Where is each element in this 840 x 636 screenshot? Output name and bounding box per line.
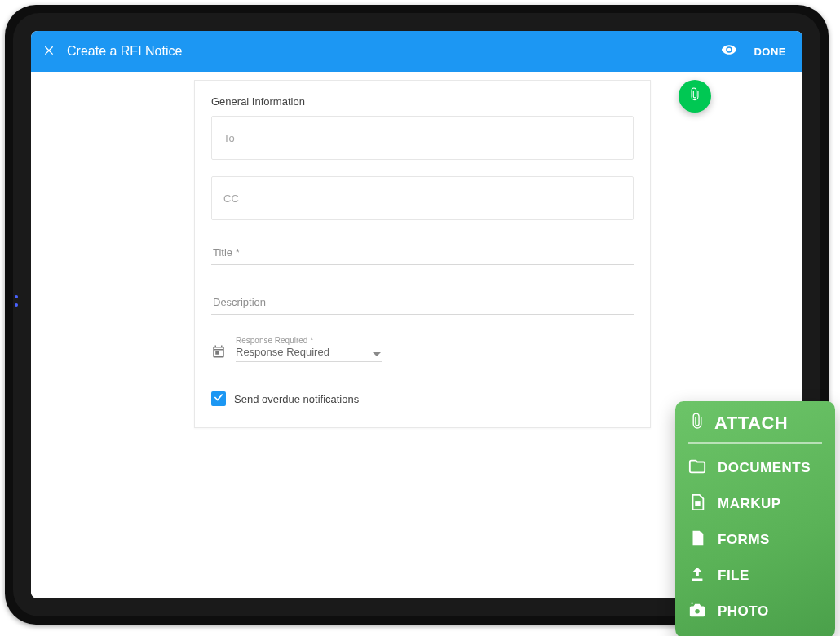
device-indicator-dot bbox=[15, 295, 18, 298]
attach-item-documents[interactable]: DOCUMENTS bbox=[688, 450, 822, 486]
preview-button[interactable] bbox=[721, 42, 737, 61]
close-button[interactable] bbox=[42, 43, 55, 60]
cc-placeholder: CC bbox=[223, 192, 239, 205]
response-required-small-label: Response Required * bbox=[236, 336, 382, 345]
page-title: Create a RFI Notice bbox=[67, 44, 182, 59]
attach-item-label: DOCUMENTS bbox=[718, 460, 811, 476]
app-bar: Create a RFI Notice DONE bbox=[31, 31, 802, 72]
attach-panel-title: ATTACH bbox=[714, 413, 788, 434]
attach-panel: ATTACH DOCUMENTS MARKUP FORMS FILE PHOTO bbox=[675, 401, 835, 636]
attach-item-markup[interactable]: MARKUP bbox=[688, 486, 822, 522]
chevron-down-icon bbox=[373, 352, 381, 356]
svg-rect-1 bbox=[692, 579, 703, 581]
forms-icon bbox=[688, 529, 706, 550]
close-icon bbox=[42, 43, 55, 60]
attach-item-forms[interactable]: FORMS bbox=[688, 522, 822, 558]
attach-item-label: MARKUP bbox=[718, 496, 781, 512]
attach-item-label: PHOTO bbox=[718, 603, 769, 620]
title-label: Title * bbox=[213, 246, 240, 258]
overdue-row: Send overdue notifications bbox=[211, 391, 634, 406]
response-required-value: Response Required bbox=[236, 346, 382, 361]
eye-icon bbox=[721, 42, 737, 61]
calendar-icon bbox=[211, 344, 226, 362]
cc-field[interactable]: CC bbox=[211, 176, 634, 220]
attach-fab[interactable] bbox=[679, 80, 711, 113]
checkmark-icon bbox=[213, 391, 224, 406]
camera-icon bbox=[688, 601, 706, 622]
to-placeholder: To bbox=[223, 132, 235, 144]
attach-item-photo[interactable]: PHOTO bbox=[688, 594, 822, 629]
to-field[interactable]: To bbox=[211, 116, 634, 160]
overdue-checkbox[interactable] bbox=[211, 391, 226, 406]
overdue-label: Send overdue notifications bbox=[234, 393, 359, 405]
device-indicator-dot bbox=[15, 303, 18, 307]
upload-icon bbox=[688, 565, 706, 586]
attach-panel-header: ATTACH bbox=[688, 413, 822, 444]
description-field[interactable]: Description bbox=[211, 286, 634, 315]
form-card: General Information To CC Title * Descri… bbox=[194, 80, 651, 428]
svg-point-2 bbox=[695, 609, 700, 614]
paperclip-icon bbox=[687, 87, 702, 105]
attach-item-label: FILE bbox=[718, 568, 749, 584]
folder-icon bbox=[688, 457, 706, 479]
markup-icon bbox=[688, 493, 706, 515]
response-required-select[interactable]: Response Required * Response Required bbox=[236, 336, 382, 362]
section-heading: General Information bbox=[211, 95, 634, 108]
response-required-row: Response Required * Response Required bbox=[211, 336, 634, 362]
done-button[interactable]: DONE bbox=[749, 41, 791, 63]
svg-rect-0 bbox=[695, 501, 700, 506]
paperclip-icon bbox=[688, 413, 706, 434]
title-field[interactable]: Title * bbox=[211, 236, 634, 265]
description-label: Description bbox=[213, 296, 266, 308]
attach-item-file[interactable]: FILE bbox=[688, 558, 822, 594]
attach-item-label: FORMS bbox=[718, 532, 770, 548]
